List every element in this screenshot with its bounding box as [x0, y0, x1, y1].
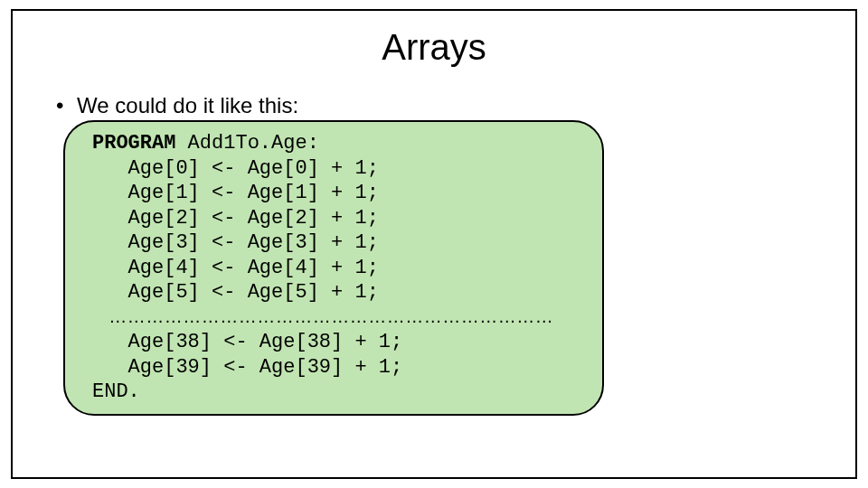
ellipsis-line: ……………………………………………………………… — [92, 306, 553, 326]
code-line: Age[2] <- Age[2] + 1; — [92, 207, 379, 230]
slide-frame: Arrays We could do it like this: PROGRAM… — [11, 9, 857, 479]
code-line: Age[0] <- Age[0] + 1; — [92, 157, 379, 180]
code-line: Age[1] <- Age[1] + 1; — [92, 182, 379, 204]
code-line: Age[5] <- Age[5] + 1; — [92, 281, 379, 304]
code-line: Age[3] <- Age[3] + 1; — [92, 231, 379, 254]
bullet-text: We could do it like this: — [56, 93, 830, 118]
program-keyword: PROGRAM — [92, 132, 175, 155]
code-box: PROGRAM Add1To.Age: Age[0] <- Age[0] + 1… — [63, 120, 604, 416]
end-keyword: END. — [92, 380, 140, 403]
code-content: PROGRAM Add1To.Age: Age[0] <- Age[0] + 1… — [92, 131, 582, 405]
code-line: Age[39] <- Age[39] + 1; — [92, 356, 402, 379]
code-line: Age[38] <- Age[38] + 1; — [92, 331, 402, 353]
code-line: Age[4] <- Age[4] + 1; — [92, 257, 379, 279]
slide-title: Arrays — [38, 27, 830, 68]
program-name: Add1To.Age: — [175, 132, 318, 155]
